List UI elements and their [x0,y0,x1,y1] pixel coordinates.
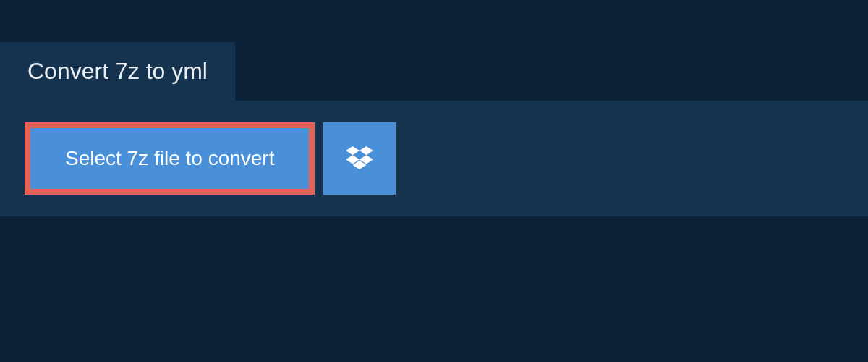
button-row: Select 7z file to convert [25,122,843,195]
dropbox-icon [346,146,373,172]
select-file-button[interactable]: Select 7z file to convert [25,122,315,195]
tab-header: Convert 7z to yml [0,42,235,101]
select-file-label: Select 7z file to convert [65,147,274,170]
conversion-panel: Select 7z file to convert [0,101,868,216]
dropbox-button[interactable] [323,122,396,195]
page-title: Convert 7z to yml [27,58,208,85]
